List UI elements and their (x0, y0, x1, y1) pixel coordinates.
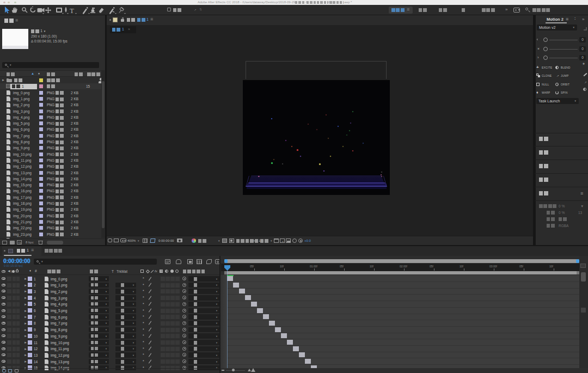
svg-text:T: T (70, 7, 74, 15)
